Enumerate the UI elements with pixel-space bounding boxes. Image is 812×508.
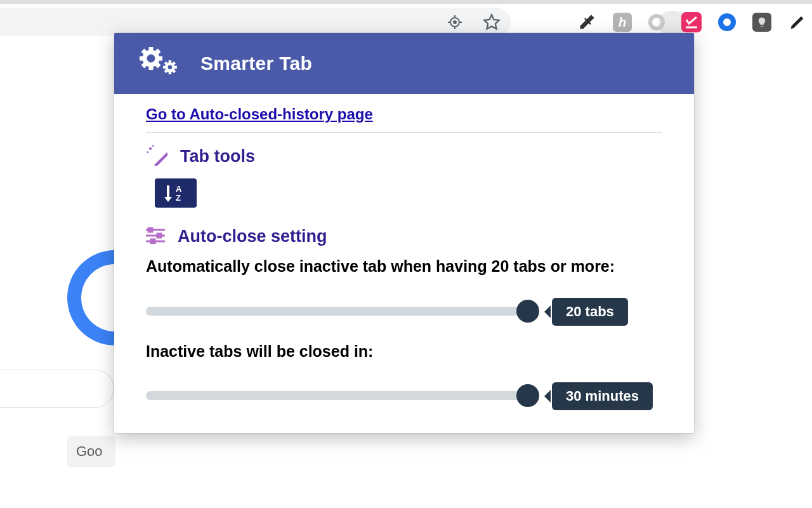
svg-point-28 xyxy=(152,145,154,147)
slider-track xyxy=(146,307,537,316)
eyedropper-extension-icon[interactable] xyxy=(577,13,596,32)
circle-extension-icon[interactable] xyxy=(648,14,665,30)
svg-rect-35 xyxy=(148,228,152,232)
svg-line-16 xyxy=(157,50,159,53)
auto-closed-history-link[interactable]: Go to Auto-closed-history page xyxy=(146,105,373,123)
svg-rect-26 xyxy=(154,152,167,166)
inactive-time-slider[interactable]: 30 minutes xyxy=(146,382,662,408)
slider-value-label: 30 minutes xyxy=(552,382,653,410)
slider-track xyxy=(146,391,537,400)
sliders-icon xyxy=(146,227,165,246)
gears-icon xyxy=(136,44,181,83)
svg-line-22 xyxy=(165,62,167,64)
svg-line-25 xyxy=(173,62,175,64)
tabs-threshold-slider[interactable]: 20 tabs xyxy=(146,298,662,323)
svg-point-8 xyxy=(145,52,157,65)
svg-line-24 xyxy=(165,70,167,72)
tab-tools-title: Tab tools xyxy=(180,147,255,166)
lightbulb-extension-icon[interactable] xyxy=(752,13,771,32)
auto-close-title: Auto-close setting xyxy=(178,227,327,246)
google-search-box-fragment[interactable] xyxy=(0,370,114,408)
auto-close-description: Automatically close inactive tab when ha… xyxy=(146,257,662,276)
svg-marker-6 xyxy=(484,15,499,29)
bookmark-star-icon[interactable] xyxy=(482,13,501,32)
divider xyxy=(146,132,662,133)
pen-extension-icon[interactable] xyxy=(788,13,807,32)
smarter-tab-extension-icon[interactable] xyxy=(681,12,702,32)
svg-line-15 xyxy=(143,64,145,67)
slider-value-label: 20 tabs xyxy=(552,298,628,326)
svg-point-17 xyxy=(166,64,173,70)
svg-line-14 xyxy=(157,64,159,67)
svg-marker-31 xyxy=(164,197,172,202)
svg-point-1 xyxy=(454,21,456,23)
popup-header: Smarter Tab xyxy=(114,33,694,94)
extension-popup: Smarter Tab Go to Auto-closed-history pa… xyxy=(114,33,694,433)
blue-ring-extension-icon[interactable] xyxy=(718,13,736,31)
svg-text:A: A xyxy=(176,184,182,194)
slider-thumb[interactable] xyxy=(516,300,539,323)
auto-close-section-header: Auto-close setting xyxy=(146,227,662,246)
location-target-icon[interactable] xyxy=(445,13,464,32)
svg-rect-37 xyxy=(157,234,161,237)
svg-point-29 xyxy=(147,151,148,153)
sort-az-button[interactable]: A Z xyxy=(155,178,197,208)
inactive-close-label: Inactive tabs will be closed in: xyxy=(146,342,662,361)
svg-rect-39 xyxy=(151,239,155,243)
svg-text:Z: Z xyxy=(176,193,181,203)
google-logo-fragment xyxy=(67,250,118,345)
svg-point-27 xyxy=(149,147,152,150)
svg-line-13 xyxy=(143,50,145,53)
slider-thumb[interactable] xyxy=(516,384,539,407)
h-extension-icon[interactable]: h xyxy=(613,13,632,32)
google-search-button-fragment[interactable]: Goo xyxy=(67,436,115,467)
svg-line-23 xyxy=(173,70,175,72)
wand-icon xyxy=(146,144,167,168)
popup-title: Smarter Tab xyxy=(200,53,312,74)
tab-tools-section-header: Tab tools xyxy=(146,144,662,168)
browser-toolbar: h xyxy=(0,0,812,36)
